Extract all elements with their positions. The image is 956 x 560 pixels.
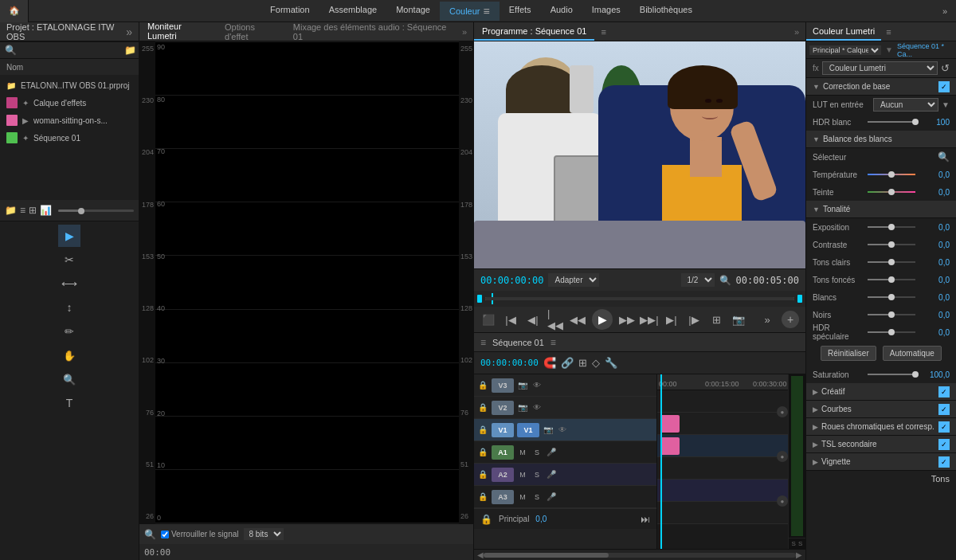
playback-step-fwd[interactable]: |▶ bbox=[686, 311, 702, 327]
playback-add-marker[interactable]: ⬛ bbox=[480, 311, 496, 327]
track-content[interactable]: 00:00 0:00:15:00 0:00:30:00 0:00:45:00 0… bbox=[657, 374, 788, 549]
menu-assemblage[interactable]: Assemblage bbox=[319, 2, 387, 21]
blancs-knob[interactable] bbox=[888, 294, 895, 300]
creatif-header[interactable]: ▶ Créatif ✓ bbox=[806, 383, 956, 401]
saturation-knob[interactable] bbox=[912, 371, 919, 378]
source-more-btn[interactable]: » bbox=[456, 24, 473, 40]
project-item-sequence[interactable]: ✦ Séquence 01 bbox=[0, 129, 139, 147]
bit-depth-select[interactable]: 8 bits bbox=[244, 528, 284, 540]
teinte-knob[interactable] bbox=[888, 189, 895, 195]
roues-checkbox[interactable]: ✓ bbox=[938, 421, 950, 433]
fraction-select[interactable]: 1/2 bbox=[681, 273, 715, 287]
playback-rewind[interactable]: ◀◀ bbox=[570, 311, 586, 327]
track-a2-label[interactable]: A2 bbox=[492, 468, 514, 482]
more-menus-button[interactable]: » bbox=[934, 6, 956, 16]
contraste-knob[interactable] bbox=[888, 241, 895, 248]
roues-header[interactable]: ▶ Roues chromatiques et corresp. ✓ bbox=[806, 418, 956, 436]
playback-go-to-in[interactable]: |◀◀ bbox=[547, 311, 563, 327]
playback-go-to-out[interactable]: ▶▶| bbox=[641, 311, 657, 327]
correction-base-checkbox[interactable]: ✓ bbox=[938, 81, 950, 92]
timeline-link-icon[interactable]: 🔗 bbox=[561, 357, 574, 369]
menu-effets[interactable]: Effets bbox=[500, 2, 541, 21]
lumetri-active-tab[interactable]: Séquence 01 * Ca... bbox=[897, 42, 953, 58]
menu-bibliotheques[interactable]: Bibliothèques bbox=[630, 2, 702, 21]
menu-images[interactable]: Images bbox=[582, 2, 630, 21]
timeline-scroll-right-arrow[interactable]: ▶ bbox=[796, 550, 802, 559]
lumetri-menu-icon[interactable]: ≡ bbox=[881, 24, 895, 40]
hdr-blanc-slider[interactable] bbox=[868, 121, 916, 123]
temperature-knob[interactable] bbox=[888, 171, 895, 178]
playback-play[interactable]: ▶ bbox=[592, 309, 613, 330]
magnify-icon[interactable]: 🔍 bbox=[719, 275, 731, 286]
track-v1-camera-icon[interactable]: 📷 bbox=[543, 425, 554, 436]
teinte-slider[interactable] bbox=[868, 191, 916, 193]
timeline-marker-icon[interactable]: ◇ bbox=[592, 357, 600, 369]
scope-search-icon[interactable]: 🔍 bbox=[144, 529, 156, 540]
track-a1-s-icon[interactable]: S bbox=[531, 447, 543, 458]
project-item-effects[interactable]: ✦ Calque d'effets bbox=[0, 94, 139, 112]
search-input[interactable] bbox=[20, 46, 121, 55]
program-timecode[interactable]: 00:00:00:00 bbox=[480, 275, 543, 286]
tons-clairs-knob[interactable] bbox=[888, 259, 895, 265]
playback-safe-margin[interactable]: ⊞ bbox=[708, 311, 724, 327]
track-a3-lock-icon[interactable]: 🔒 bbox=[477, 491, 488, 503]
exposition-knob[interactable] bbox=[888, 224, 895, 230]
tab-couleur-lumetri[interactable]: Couleur Lumetri bbox=[806, 23, 881, 41]
timeline-scroll-thumb[interactable] bbox=[484, 553, 609, 558]
project-list-view-icon[interactable]: ≡ bbox=[20, 205, 25, 216]
track-a3-label[interactable]: A3 bbox=[492, 490, 514, 504]
track-v3-camera-icon[interactable]: 📷 bbox=[517, 380, 528, 391]
timeline-menu-icon[interactable]: ≡ bbox=[550, 337, 556, 348]
track-a1-label[interactable]: A1 bbox=[492, 445, 514, 460]
timeline-timecode[interactable]: 00:00:00:00 bbox=[480, 358, 539, 368]
program-monitor-menu-icon[interactable]: ≡ bbox=[594, 24, 612, 40]
tab-mixage-audio[interactable]: Mixage des éléments audio : Séquence 01 bbox=[285, 19, 456, 45]
signal-lock-checkbox[interactable] bbox=[161, 531, 169, 538]
track-a1-lock-icon[interactable]: 🔒 bbox=[477, 447, 488, 458]
playback-more[interactable]: » bbox=[759, 311, 775, 327]
playback-step-back[interactable]: ◀| bbox=[525, 311, 541, 327]
lumetri-sequence-select[interactable]: Principal * Calque d'e... bbox=[809, 45, 881, 55]
tons-fonces-knob[interactable] bbox=[888, 276, 895, 283]
saturation-slider[interactable] bbox=[868, 374, 916, 375]
tool-pen[interactable]: ✏ bbox=[58, 320, 80, 343]
balance-blancs-header[interactable]: ▼ Balance des blancs bbox=[806, 131, 956, 148]
track-resize-a2[interactable]: ● bbox=[777, 495, 788, 507]
track-a3-mic-icon[interactable]: 🎤 bbox=[546, 491, 557, 503]
project-icon-view-icon[interactable]: ⊞ bbox=[29, 205, 37, 216]
blancs-slider[interactable] bbox=[868, 296, 916, 298]
track-v1-eye-icon[interactable]: 👁 bbox=[557, 425, 568, 436]
track-v2-label[interactable]: V2 bbox=[492, 401, 514, 415]
menu-montage[interactable]: Montage bbox=[386, 2, 440, 21]
eyedropper-icon[interactable]: 🔍 bbox=[938, 151, 950, 163]
lut-select[interactable]: Aucun bbox=[873, 98, 938, 112]
hdr-blanc-knob[interactable] bbox=[912, 119, 919, 125]
track-v2-camera-icon[interactable]: 📷 bbox=[517, 402, 528, 413]
tool-rolling[interactable]: ↕ bbox=[58, 296, 80, 319]
program-timeline-bar[interactable] bbox=[474, 291, 805, 307]
tsl-header[interactable]: ▶ TSL secondaire ✓ bbox=[806, 436, 956, 453]
contraste-slider[interactable] bbox=[868, 244, 916, 245]
home-button[interactable]: 🏠 bbox=[0, 0, 29, 22]
tons-clairs-slider[interactable] bbox=[868, 261, 916, 263]
track-v3-eye-icon[interactable]: 👁 bbox=[531, 380, 543, 391]
track-a1-mic-icon[interactable]: 🎤 bbox=[546, 447, 557, 458]
tool-hand[interactable]: ✋ bbox=[58, 344, 80, 366]
playback-add-btn[interactable]: + bbox=[782, 311, 799, 328]
master-go-end-icon[interactable]: ⏭ bbox=[641, 514, 650, 525]
correction-base-header[interactable]: ▼ Correction de base ✓ bbox=[806, 78, 956, 96]
tool-ripple[interactable]: ⟷ bbox=[58, 272, 80, 295]
adapter-select[interactable]: Adapter bbox=[548, 273, 599, 287]
vignette-header[interactable]: ▶ Vignette ✓ bbox=[806, 453, 956, 471]
tsl-checkbox[interactable]: ✓ bbox=[938, 439, 950, 450]
project-metadata-icon[interactable]: 📊 bbox=[40, 205, 52, 216]
track-resize-v3[interactable]: ● bbox=[777, 406, 788, 417]
tool-type[interactable]: T bbox=[58, 392, 80, 414]
tool-select[interactable]: ▶ bbox=[58, 225, 80, 247]
noirs-slider[interactable] bbox=[868, 314, 916, 315]
track-a3-m-icon[interactable]: M bbox=[517, 491, 528, 503]
timeline-scroll-bar[interactable]: ◀ ▶ bbox=[474, 549, 805, 560]
track-a2-s-icon[interactable]: S bbox=[531, 469, 543, 480]
timeline-snap-icon[interactable]: 🧲 bbox=[543, 357, 556, 369]
track-a2-m-icon[interactable]: M bbox=[517, 469, 528, 480]
